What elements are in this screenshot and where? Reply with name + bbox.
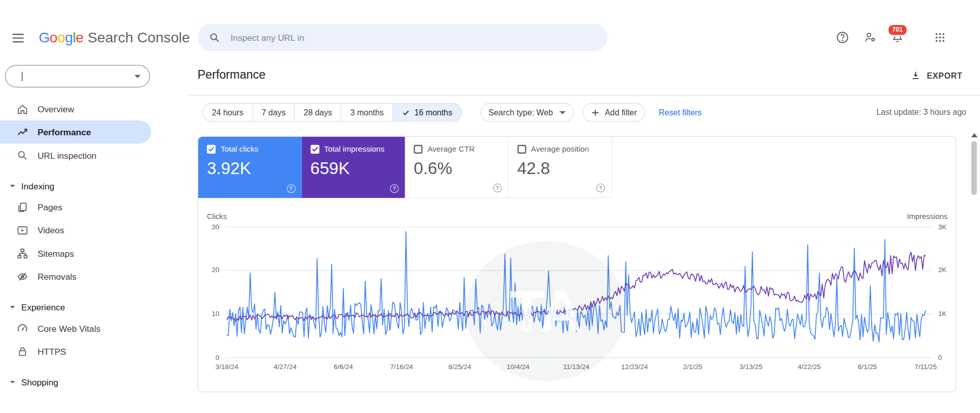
notifications-button[interactable]: 701 xyxy=(890,30,905,45)
sidebar-item-overview[interactable]: Overview xyxy=(0,98,151,120)
google-logo[interactable]: Google Search Console xyxy=(39,29,190,46)
sidebar-section-shopping[interactable]: Shopping xyxy=(0,373,151,392)
plus-icon xyxy=(591,108,600,117)
x-tick-label: 4/27/24 xyxy=(274,363,297,371)
card-value: 659K xyxy=(310,159,396,179)
checkbox-total-impressions[interactable] xyxy=(310,145,319,154)
download-icon xyxy=(910,70,921,81)
manage-users-button[interactable] xyxy=(862,30,877,45)
range-label: 16 months xyxy=(414,108,452,117)
x-tick-label: 7/11/25 xyxy=(915,363,937,371)
x-tick-label: 11/13/24 xyxy=(563,363,589,371)
help-icon[interactable] xyxy=(596,184,605,192)
range-28-days[interactable]: 28 days xyxy=(295,103,341,122)
sitemap-icon xyxy=(16,247,29,259)
sidebar-item-label: Sitemaps xyxy=(37,248,74,258)
left-axis-ticks: 3020100 xyxy=(198,227,221,359)
sidebar-item-label: Performance xyxy=(37,127,91,137)
x-tick-label: 6/6/24 xyxy=(334,363,353,371)
url-inspection-searchbar[interactable] xyxy=(198,23,608,51)
text-cursor xyxy=(22,71,22,81)
sidebar-item-removals[interactable]: Removals xyxy=(0,265,151,288)
sidebar-item-label: Core Web Vitals xyxy=(37,323,100,333)
property-selector[interactable] xyxy=(5,65,150,87)
home-icon xyxy=(16,103,29,115)
x-tick-label: 3/13/25 xyxy=(739,363,762,371)
reset-filters-link[interactable]: Reset filters xyxy=(659,108,702,117)
average-position-card[interactable]: Average position 42.8 xyxy=(508,137,612,198)
apps-grid-button[interactable] xyxy=(932,30,947,45)
search-type-label: Search type: Web xyxy=(488,108,553,117)
range-24-hours[interactable]: 24 hours xyxy=(202,103,253,122)
y-tick-label: 10 xyxy=(212,310,219,318)
app-window: Google Search Console 701 Over xyxy=(0,0,980,413)
clicks-line xyxy=(227,232,926,342)
x-tick-label: 3/18/24 xyxy=(216,363,239,371)
sidebar-item-https[interactable]: HTTPS xyxy=(0,339,151,362)
x-tick-label: 8/25/24 xyxy=(448,363,471,371)
sidebar-item-core-web-vitals[interactable]: Core Web Vitals xyxy=(0,317,151,339)
help-icon[interactable] xyxy=(390,184,399,193)
export-button[interactable]: EXPORT xyxy=(910,70,963,81)
checkbox-total-clicks[interactable] xyxy=(207,145,216,154)
checkbox-average-position[interactable] xyxy=(517,145,526,154)
range-7-days[interactable]: 7 days xyxy=(253,103,295,122)
scrollbar-thumb[interactable] xyxy=(971,141,977,195)
performance-chart-panel: Total clicks 3.92K Total impressions 659… xyxy=(198,136,956,393)
page-title: Performance xyxy=(198,68,266,82)
scrollbar xyxy=(971,130,977,413)
chart-plot-area[interactable] xyxy=(226,227,934,359)
help-button[interactable] xyxy=(835,30,850,45)
header-divider xyxy=(188,95,980,95)
add-filter-label: Add filter xyxy=(605,108,637,117)
sidebar-item-videos[interactable]: Videos xyxy=(0,218,151,241)
pages-icon xyxy=(16,201,29,213)
section-label: Experience xyxy=(21,302,65,312)
card-value: 3.92K xyxy=(207,159,293,179)
chevron-down-icon xyxy=(559,111,565,117)
card-label: Total impressions xyxy=(324,145,384,154)
sidebar-item-url-inspection[interactable]: URL inspection xyxy=(0,143,151,166)
total-clicks-card[interactable]: Total clicks 3.92K xyxy=(198,137,301,198)
add-filter-button[interactable]: Add filter xyxy=(582,103,645,122)
hamburger-menu-icon[interactable] xyxy=(12,32,27,44)
search-icon xyxy=(209,32,221,43)
range-16-months[interactable]: 16 months xyxy=(393,103,461,122)
x-tick-label: 7/16/24 xyxy=(390,363,413,371)
google-wordmark: Google xyxy=(39,29,83,46)
checkbox-average-ctr[interactable] xyxy=(414,145,423,154)
help-icon[interactable] xyxy=(287,184,295,193)
sidebar-section-experience[interactable]: Experience xyxy=(0,298,151,317)
apps-grid-icon xyxy=(933,31,947,44)
average-ctr-card[interactable]: Average CTR 0.6% xyxy=(405,137,508,198)
sidebar-item-pages[interactable]: Pages xyxy=(0,196,151,218)
x-tick-label: 6/1/25 xyxy=(858,363,877,371)
date-range-selector: 24 hours 7 days 28 days 3 months 16 mont… xyxy=(202,103,461,122)
video-icon xyxy=(16,224,29,236)
sidebar-item-performance[interactable]: Performance xyxy=(0,120,151,143)
y-tick-label: 20 xyxy=(212,266,219,274)
performance-icon xyxy=(16,126,29,138)
y-tick-label: 3K xyxy=(938,223,946,230)
sidebar-section-indexing[interactable]: Indexing xyxy=(0,177,151,196)
sidebar-item-label: Pages xyxy=(37,202,62,212)
help-icon[interactable] xyxy=(493,184,502,192)
right-axis-ticks: 3K2K1K0 xyxy=(937,227,956,359)
card-value: 42.8 xyxy=(517,159,602,179)
sidebar-item-sitemaps[interactable]: Sitemaps xyxy=(0,241,151,264)
collapse-triangle-icon xyxy=(10,185,15,190)
y-tick-label: 1K xyxy=(938,310,946,318)
search-type-filter[interactable]: Search type: Web xyxy=(480,103,573,122)
check-icon xyxy=(402,108,410,116)
range-3-months[interactable]: 3 months xyxy=(341,103,393,122)
search-input[interactable] xyxy=(229,32,596,43)
x-tick-label: 2/1/25 xyxy=(683,363,702,371)
x-tick-label: 12/23/24 xyxy=(621,363,648,371)
sidebar-item-label: Videos xyxy=(37,225,64,235)
y-tick-label: 2K xyxy=(938,266,946,274)
total-impressions-card[interactable]: Total impressions 659K xyxy=(301,137,405,198)
section-label: Shopping xyxy=(21,377,58,387)
left-axis-label: Clicks xyxy=(207,212,227,221)
scroll-up-arrow[interactable] xyxy=(971,130,977,137)
product-name: Search Console xyxy=(87,29,190,46)
